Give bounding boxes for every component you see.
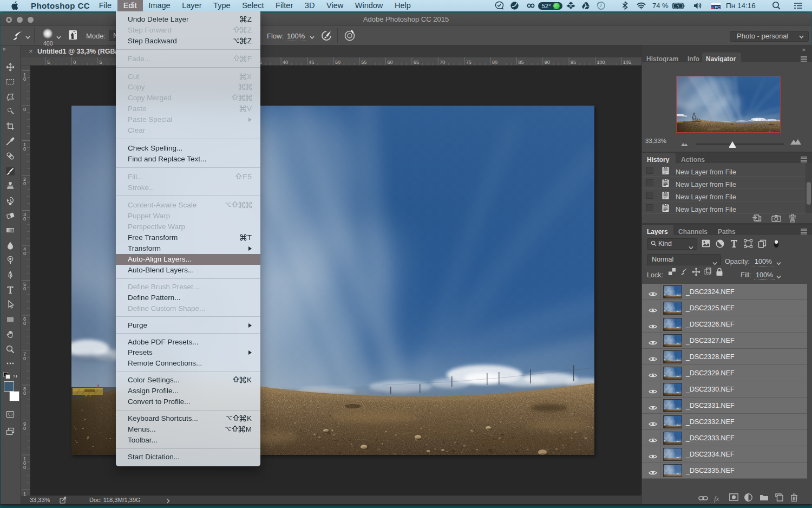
svg-text:0: 0 xyxy=(23,426,26,431)
svg-text:40: 40 xyxy=(283,60,288,65)
svg-text:75: 75 xyxy=(466,60,472,65)
svg-text:0: 0 xyxy=(23,390,26,396)
svg-text:5: 5 xyxy=(100,60,102,65)
svg-text:45: 45 xyxy=(309,60,315,65)
svg-text:50: 50 xyxy=(335,60,340,65)
svg-text:0: 0 xyxy=(23,107,26,112)
svg-text:70: 70 xyxy=(440,60,445,65)
svg-text:55: 55 xyxy=(361,60,366,65)
svg-text:0: 0 xyxy=(23,465,26,470)
svg-text:0: 0 xyxy=(23,321,26,326)
svg-text:60: 60 xyxy=(388,60,393,65)
svg-text:105: 105 xyxy=(623,60,631,65)
svg-text:0: 0 xyxy=(23,286,26,291)
svg-text:0: 0 xyxy=(23,251,26,256)
svg-text:100: 100 xyxy=(597,60,605,65)
svg-text:0: 0 xyxy=(23,356,26,361)
svg-text:0: 0 xyxy=(23,76,26,82)
svg-text:5: 5 xyxy=(47,60,50,65)
svg-text:0: 0 xyxy=(23,216,26,222)
svg-text:90: 90 xyxy=(545,60,550,65)
svg-text:0: 0 xyxy=(23,181,26,186)
svg-text:95: 95 xyxy=(571,60,576,65)
svg-text:80: 80 xyxy=(492,60,497,65)
svg-text:0: 0 xyxy=(73,60,76,65)
svg-text:0: 0 xyxy=(23,146,26,152)
svg-text:65: 65 xyxy=(414,60,419,65)
svg-text:85: 85 xyxy=(518,60,523,65)
